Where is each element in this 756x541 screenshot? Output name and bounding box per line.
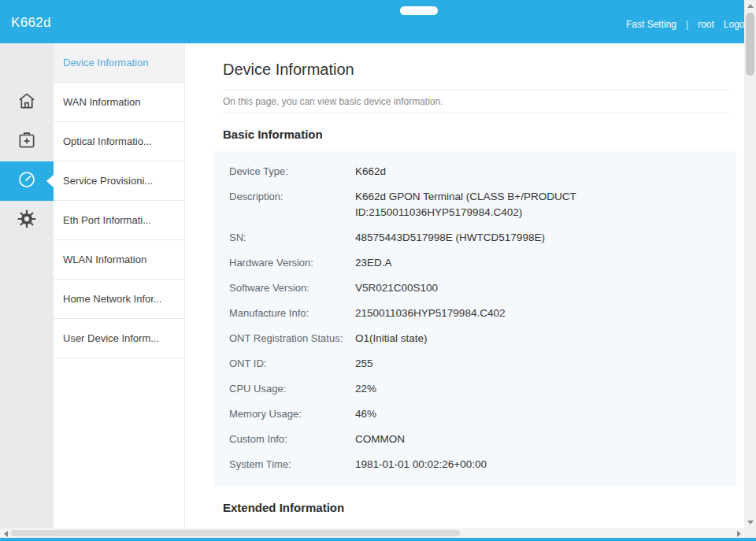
info-label: Custom Info: [229, 432, 343, 447]
info-value: COMMON [355, 432, 405, 447]
arrow-down-icon [747, 521, 754, 524]
sidebar-item-home-network-information[interactable]: Home Network Infor... [54, 280, 184, 319]
info-value: 2150011036HYP5179984.C402 [355, 306, 505, 321]
info-value: K662d [355, 164, 386, 180]
info-value: 46% [355, 406, 376, 422]
info-row-description: Description: K662d GPON Terminal (CLASS … [229, 184, 725, 225]
info-value: 23ED.A [355, 255, 392, 271]
info-row-software-version: Software Version: V5R021C00S100 [229, 276, 725, 301]
user-label[interactable]: root [698, 19, 714, 30]
info-label: System Time: [229, 457, 343, 472]
main-content: Device Information On this page, you can… [186, 43, 744, 528]
info-label: CPU Usage: [229, 381, 343, 397]
scroll-right-button[interactable] [733, 528, 744, 538]
horizontal-scroll-thumb[interactable] [11, 530, 460, 536]
add-box-icon [17, 130, 37, 154]
info-value: 22% [355, 381, 376, 397]
nav-home[interactable] [0, 83, 54, 122]
info-row-system-time: System Time: 1981-01-01 00:02:26+00:00 [229, 452, 725, 477]
info-value: K662d GPON Terminal (CLASS B+/PRODUCT ID… [355, 189, 678, 220]
app-window: K662d Fast Setting | root Logout [0, 0, 756, 541]
info-label: Manufacture Info: [229, 306, 343, 321]
info-row-hardware-version: Hardware Version: 23ED.A [229, 250, 725, 276]
icon-rail [0, 43, 54, 528]
info-value: 255 [355, 356, 373, 372]
info-label: Hardware Version: [229, 255, 343, 271]
nav-settings[interactable] [0, 201, 54, 240]
arrow-left-icon [4, 531, 8, 537]
info-label: Device Type: [229, 164, 343, 180]
info-label: Memory Usage: [229, 406, 343, 422]
scroll-left-button[interactable] [0, 528, 11, 538]
horizontal-scrollbar[interactable] [0, 528, 744, 538]
basic-information-panel: Device Type: K662d Description: K662d GP… [213, 151, 736, 487]
sidebar-item-optical-information[interactable]: Optical Informatio... [54, 122, 184, 161]
top-bar: K662d Fast Setting | root Logout [0, 0, 756, 43]
sidebar-menu: Device Information WAN Information Optic… [54, 43, 185, 528]
scrollbar-corner [744, 528, 756, 538]
sidebar-item-device-information[interactable]: Device Information [54, 43, 184, 83]
arrow-up-icon [747, 4, 754, 8]
basic-information-heading: Basic Information [223, 128, 730, 142]
sidebar-item-user-device-information[interactable]: User Device Inform... [54, 319, 184, 358]
header-pill [400, 6, 438, 15]
page-hint: On this page, you can view basic device … [223, 90, 730, 113]
sidebar-item-wan-information[interactable]: WAN Information [54, 83, 184, 122]
info-value: 48575443D517998E (HWTCD517998E) [355, 230, 545, 246]
gear-icon [17, 209, 37, 232]
vertical-scroll-thumb[interactable] [746, 13, 754, 76]
gauge-icon [17, 169, 37, 193]
nav-status[interactable] [0, 161, 54, 201]
sidebar-item-wlan-information[interactable]: WLAN Information [54, 240, 184, 280]
info-row-sn: SN: 48575443D517998E (HWTCD517998E) [229, 225, 725, 250]
info-label: Description: [229, 189, 343, 220]
scroll-up-button[interactable] [744, 0, 756, 12]
info-row-ont-id: ONT ID: 255 [229, 351, 725, 376]
info-row-custom-info: Custom Info: COMMON [229, 427, 725, 452]
info-row-memory-usage: Memory Usage: 46% [229, 402, 725, 427]
info-row-manufacture-info: Manufacture Info: 2150011036HYP5179984.C… [229, 301, 725, 326]
info-label: ONT ID: [229, 356, 343, 372]
info-row-device-type: Device Type: K662d [229, 159, 725, 184]
page-title: Device Information [223, 61, 730, 79]
footer-strip [0, 538, 756, 541]
arrow-right-icon [737, 531, 741, 537]
info-value: 1981-01-01 00:02:26+00:00 [355, 457, 487, 472]
scroll-down-button[interactable] [744, 517, 756, 528]
info-label: Software Version: [229, 280, 343, 296]
active-notch [46, 175, 54, 187]
header-links: Fast Setting | root Logout [626, 19, 745, 30]
fast-setting-link[interactable]: Fast Setting [626, 19, 676, 30]
logout-link[interactable]: Logout [724, 19, 745, 30]
info-value: O1(Initial state) [355, 331, 428, 346]
extended-information-heading: Extended Information [223, 501, 730, 515]
info-label: SN: [229, 230, 343, 246]
device-title: K662d [11, 15, 51, 31]
info-row-cpu-usage: CPU Usage: 22% [229, 376, 725, 402]
info-row-ont-registration-status: ONT Registration Status: O1(Initial stat… [229, 326, 725, 351]
sidebar-item-eth-port-information[interactable]: Eth Port Informati... [54, 201, 184, 240]
vertical-scrollbar[interactable] [744, 0, 756, 528]
sidebar-item-service-provisioning[interactable]: Service Provisioni... [54, 161, 184, 201]
info-value: V5R021C00S100 [355, 280, 438, 296]
info-label: ONT Registration Status: [229, 331, 343, 346]
header-divider: | [686, 19, 688, 30]
home-icon [17, 91, 37, 114]
nav-add-box[interactable] [0, 122, 54, 161]
